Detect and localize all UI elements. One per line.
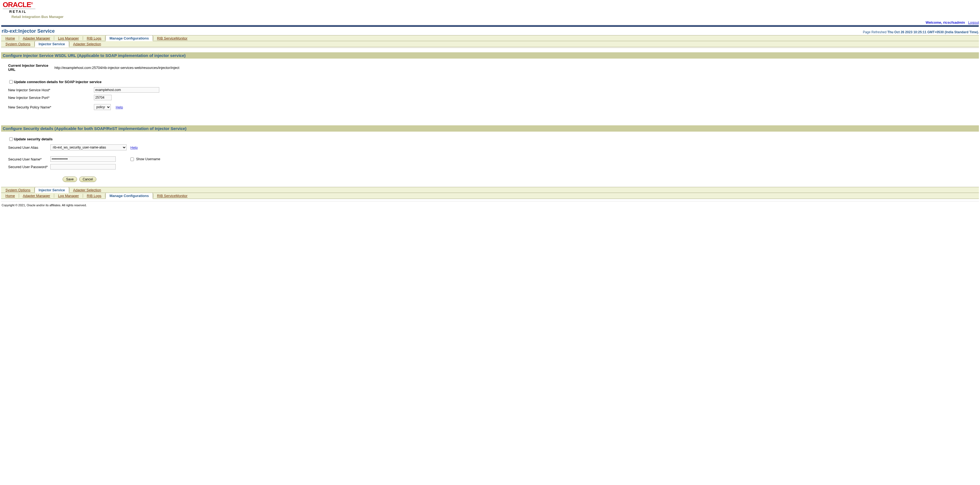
tab-adapter-manager[interactable]: Adapter Manager <box>19 35 54 41</box>
page-refreshed: Page Refreshed Thu Oct 26 2023 10:25:11 … <box>863 30 979 34</box>
copyright: Copyright © 2021, Oracle and/or its affi… <box>0 203 980 209</box>
brand-mark: ® <box>31 2 33 5</box>
subtab-system-options-link[interactable]: System Options <box>5 42 30 46</box>
header: ORACLE® RETAIL Retail Integration Bus Ma… <box>0 0 980 21</box>
logo-block: ORACLE® RETAIL <box>2 1 35 14</box>
subtab-system-options-bottom-link[interactable]: System Options <box>5 188 30 192</box>
tab-rib-servicemonitor[interactable]: RIB ServiceMonitor <box>153 35 191 41</box>
username-label: Secured User Name* <box>8 157 50 161</box>
tab-log-manager-bottom-link[interactable]: Log Manager <box>58 194 79 198</box>
tab-home-link[interactable]: Home <box>5 36 15 40</box>
tab-rib-logs-link[interactable]: RIB Logs <box>87 36 101 40</box>
main-tabs-top: Home Adapter Manager Log Manager RIB Log… <box>1 35 979 41</box>
tab-manage-configurations-bottom[interactable]: Manage Configurations <box>105 193 153 199</box>
host-label: New Injector Service Host* <box>8 88 94 92</box>
update-soap-label: Update connection details for SOAP Injec… <box>14 80 102 84</box>
subtab-adapter-selection-bottom[interactable]: Adapter Selection <box>69 187 105 193</box>
subtab-injector-service-bottom-label: Injector Service <box>39 188 65 192</box>
update-security-checkbox[interactable] <box>9 137 13 141</box>
tab-home[interactable]: Home <box>2 35 19 41</box>
tab-adapter-manager-bottom[interactable]: Adapter Manager <box>19 193 54 199</box>
section1-content: Current Injector Service URL http://exam… <box>0 59 980 114</box>
tab-rib-servicemonitor-link[interactable]: RIB ServiceMonitor <box>157 36 188 40</box>
subtab-adapter-selection[interactable]: Adapter Selection <box>69 41 105 47</box>
section1-heading: Configure Injector Service WSDL URL (App… <box>1 52 979 59</box>
current-url-label: Current Injector Service URL <box>8 64 54 72</box>
app-subtitle: Retail Integration Bus Manager <box>2 14 978 21</box>
tab-rib-logs[interactable]: RIB Logs <box>83 35 105 41</box>
show-username-checkbox[interactable] <box>130 158 134 161</box>
page-title-row: rib-ext:Injector Service Page Refreshed … <box>0 27 980 35</box>
host-input[interactable] <box>94 87 159 93</box>
subtab-injector-service-bottom[interactable]: Injector Service <box>35 187 69 193</box>
port-label: New Injector Service Port* <box>8 96 94 100</box>
password-input[interactable] <box>50 164 116 169</box>
show-username-label: Show Username <box>136 157 160 161</box>
tab-manage-configurations[interactable]: Manage Configurations <box>105 35 153 41</box>
subtab-adapter-selection-link[interactable]: Adapter Selection <box>73 42 101 46</box>
alias-help-link[interactable]: Help <box>130 145 138 150</box>
tab-rib-servicemonitor-bottom[interactable]: RIB ServiceMonitor <box>153 193 191 199</box>
tab-manage-configurations-bottom-label: Manage Configurations <box>110 194 149 198</box>
section2-content: Update security details Secured User Ali… <box>0 132 980 187</box>
sub-tab-divider <box>1 48 979 48</box>
tab-rib-logs-bottom-link[interactable]: RIB Logs <box>87 194 101 198</box>
tab-home-bottom-link[interactable]: Home <box>5 194 15 198</box>
logout-link[interactable]: Logout <box>968 21 979 24</box>
footer-divider <box>1 201 979 201</box>
retail-text: RETAIL <box>2 9 35 14</box>
main-tabs-bottom: Home Adapter Manager Log Manager RIB Log… <box>1 193 979 199</box>
refreshed-value: Thu Oct 26 2023 10:25:11 GMT+0530 (India… <box>888 30 979 34</box>
alias-label: Secured User Alias <box>8 145 50 150</box>
alias-select[interactable]: rib-ext_ws_security_user-name-alias <box>50 144 127 150</box>
subtab-injector-service-label: Injector Service <box>39 42 65 46</box>
sub-tabs-top: System Options Injector Service Adapter … <box>1 41 979 47</box>
greeting-bar: Welcome, ricscfsadmin Logout <box>0 21 980 25</box>
brand-upper: ORACLE <box>3 0 31 9</box>
update-soap-checkbox[interactable] <box>9 80 13 84</box>
password-label: Secured User Password* <box>8 165 50 169</box>
tab-log-manager-bottom[interactable]: Log Manager <box>54 193 83 199</box>
tab-adapter-manager-bottom-link[interactable]: Adapter Manager <box>23 194 50 198</box>
tab-log-manager[interactable]: Log Manager <box>54 35 83 41</box>
subtab-system-options-bottom[interactable]: System Options <box>2 187 34 193</box>
refreshed-label: Page Refreshed <box>863 30 887 34</box>
cancel-button[interactable]: Cancel <box>79 177 96 182</box>
section2-heading: Configure Security details (Applicable f… <box>1 125 979 132</box>
port-input[interactable] <box>94 95 111 100</box>
current-url-value: http://examplehost.com:25704/rib-injecto… <box>54 65 180 70</box>
tab-rib-servicemonitor-bottom-link[interactable]: RIB ServiceMonitor <box>157 194 188 198</box>
subtab-adapter-selection-bottom-link[interactable]: Adapter Selection <box>73 188 101 192</box>
page-title: rib-ext:Injector Service <box>2 28 55 34</box>
subtab-injector-service[interactable]: Injector Service <box>35 41 69 47</box>
username-input[interactable] <box>50 156 116 162</box>
tab-log-manager-link[interactable]: Log Manager <box>58 36 79 40</box>
policy-select[interactable]: policyC <box>94 104 111 110</box>
subtab-system-options[interactable]: System Options <box>2 41 34 47</box>
sub-tabs-bottom: System Options Injector Service Adapter … <box>1 187 979 193</box>
update-security-label: Update security details <box>14 137 52 141</box>
tab-manage-configurations-label: Manage Configurations <box>110 36 149 40</box>
save-button[interactable]: Save <box>63 177 77 182</box>
tab-rib-logs-bottom[interactable]: RIB Logs <box>83 193 105 199</box>
policy-label: New Security Policy Name* <box>8 105 94 109</box>
welcome-text: Welcome, ricscfsadmin <box>926 21 965 24</box>
oracle-logo: ORACLE® <box>2 1 35 8</box>
policy-help-link[interactable]: Help <box>116 105 123 109</box>
tab-home-bottom[interactable]: Home <box>2 193 19 199</box>
tab-adapter-manager-link[interactable]: Adapter Manager <box>23 36 50 40</box>
